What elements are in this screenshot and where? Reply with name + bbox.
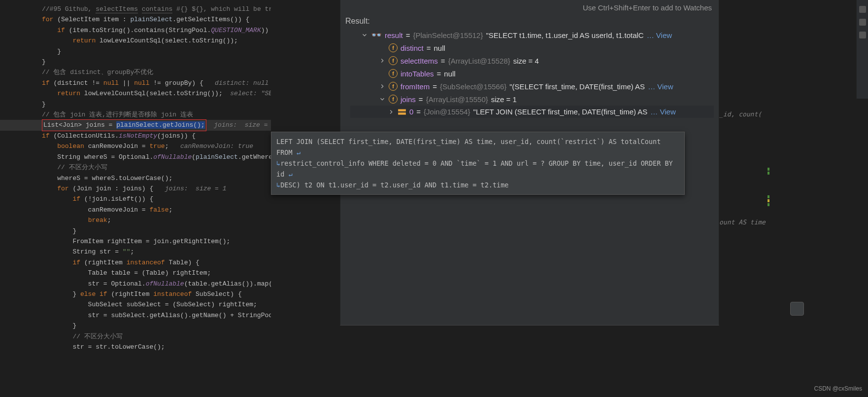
var-name: intoTables [401,70,434,78]
field-icon: f [389,69,398,78]
tool-icon[interactable] [859,6,866,13]
equals: = [437,70,441,78]
watch-hint: Use Ctrl+Shift+Enter to add to Watches [345,2,714,17]
tool-icon[interactable] [859,19,866,26]
hint-line: ount AS time [719,217,867,227]
equals: = [427,44,431,52]
tree-node-fromItem[interactable]: f fromItem = {SubSelect@15566} "(SELECT … [350,80,714,93]
equals: = [406,31,410,39]
obj-ref: {SubSelect@15566} [440,82,506,91]
tree-node-intoTables[interactable]: f intoTables = null [350,67,714,80]
obj-ref: {Join@15554} [424,108,470,116]
value-text: "(SELECT first_time, DATE(first_time) AS [509,82,645,91]
array-element-icon [398,108,406,115]
breadcrumb[interactable] [0,384,10,397]
size-text: size = 1 [491,95,517,104]
equals: = [419,95,423,104]
chevron-down-icon[interactable] [379,96,386,103]
equals: = [433,82,437,91]
chevron-down-icon[interactable] [361,32,368,38]
obj-ref: {ArrayList@15528} [448,57,510,65]
glasses-icon: 👓 [371,31,382,39]
equals: = [441,57,445,65]
obj-ref: {PlainSelect@15512} [413,31,483,39]
value-tooltip: LEFT JOIN (SELECT first_time, DATE(first… [271,132,685,195]
tool-icon[interactable] [859,32,866,38]
field-icon: f [389,43,398,52]
field-icon: f [389,56,398,65]
var-name: 0 [409,108,413,116]
svg-rect-1 [398,112,406,115]
editor-minimap[interactable] [768,168,769,266]
size-text: size = 4 [513,57,539,65]
value-text: "LEFT JOIN (SELECT first_time, DATE(firs… [473,108,648,116]
tree-node-join-0[interactable]: 0 = {Join@15554} "LEFT JOIN (SELECT firs… [350,106,714,118]
result-tree[interactable]: 👓 result = {PlainSelect@15512} "SELECT t… [345,29,714,118]
tree-node-result[interactable]: 👓 result = {PlainSelect@15512} "SELECT t… [350,29,714,41]
var-name: result [385,31,403,39]
spacer [379,70,386,77]
value-text: null [444,70,455,78]
field-icon: f [389,95,398,104]
result-label: Result: [345,17,714,29]
chevron-right-icon[interactable] [379,83,386,90]
hint-line: _id, count( [719,109,867,119]
value-text: "SELECT t1.time, t1.user_id AS userId, t… [486,31,643,39]
popup-line: restrict_control_info WHERE deleted = 0 … [276,159,673,178]
svg-rect-0 [398,109,406,111]
equals: = [416,108,421,116]
inlay-hints-right: _id, count( ount AS time [719,88,867,238]
var-name: fromItem [401,82,430,91]
code-editor[interactable]: //#95 Github, selectItems contains #{} $… [0,0,271,397]
close-button[interactable] [790,302,804,316]
view-link[interactable]: … View [648,82,673,91]
watermark: CSDN @cxSmiles [814,385,862,392]
spacer [379,44,386,51]
tree-node-distinct[interactable]: f distinct = null [350,41,714,54]
value-text: null [434,44,445,52]
field-icon: f [389,82,398,91]
var-name: selectItems [401,57,438,65]
obj-ref: {ArrayList@15550} [426,95,488,104]
popup-line: DESC) t2 ON t1.user_id = t2.user_id AND … [280,181,508,189]
tree-node-selectItems[interactable]: f selectItems = {ArrayList@15528} size =… [350,54,714,67]
tree-node-joins[interactable]: f joins = {ArrayList@15550} size = 1 [350,93,714,106]
chevron-right-icon[interactable] [379,57,386,64]
var-name: joins [401,95,416,104]
right-toolbar[interactable] [856,0,868,99]
view-link[interactable]: … View [650,108,675,116]
popup-line: LEFT JOIN (SELECT first_time, DATE(first… [276,138,661,156]
view-link[interactable]: … View [647,31,672,39]
chevron-right-icon[interactable] [388,108,395,115]
var-name: distinct [401,44,424,52]
